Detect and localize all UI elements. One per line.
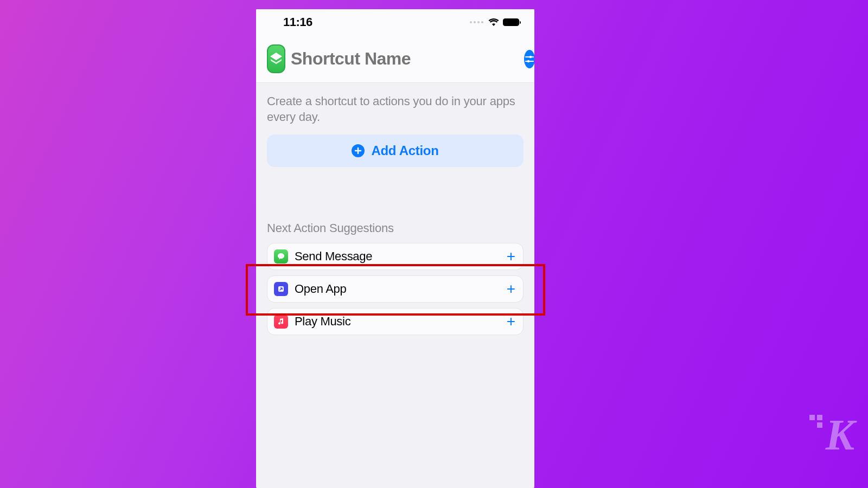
cell-dots-icon [470, 21, 483, 23]
suggestion-send-message[interactable]: Send Message + [267, 243, 524, 270]
suggestion-open-app[interactable]: Open App + [267, 275, 524, 303]
battery-icon [503, 18, 519, 26]
shortcut-name-input[interactable] [291, 49, 519, 69]
editor-description: Create a shortcut to actions you do in y… [267, 94, 524, 125]
watermark: K [826, 410, 852, 460]
status-indicators [470, 18, 519, 27]
svg-point-1 [529, 55, 532, 57]
svg-point-3 [527, 60, 529, 62]
plus-circle-icon [352, 144, 365, 157]
add-action-button[interactable]: Add Action [267, 134, 524, 167]
status-time: 11:16 [283, 15, 312, 29]
phone-frame: 11:16 [256, 9, 534, 488]
suggestions-section: Next Action Suggestions Send Message + O… [267, 221, 524, 335]
status-bar: 11:16 [256, 9, 534, 35]
plus-icon: + [507, 249, 515, 264]
suggestion-play-music[interactable]: Play Music + [267, 308, 524, 335]
plus-icon: + [507, 281, 515, 297]
messages-icon [274, 249, 288, 264]
open-app-icon [274, 282, 288, 296]
wifi-icon [488, 18, 499, 27]
plus-icon: + [507, 314, 515, 329]
settings-button[interactable] [524, 50, 534, 68]
add-action-label: Add Action [371, 143, 438, 158]
suggestion-label: Open App [295, 282, 507, 296]
editor-header [256, 35, 534, 83]
editor-content: Create a shortcut to actions you do in y… [256, 83, 534, 335]
shortcut-app-icon[interactable] [267, 44, 285, 73]
suggestions-title: Next Action Suggestions [267, 221, 524, 235]
suggestion-label: Send Message [295, 249, 507, 264]
music-icon [274, 314, 288, 329]
suggestion-label: Play Music [295, 314, 507, 329]
